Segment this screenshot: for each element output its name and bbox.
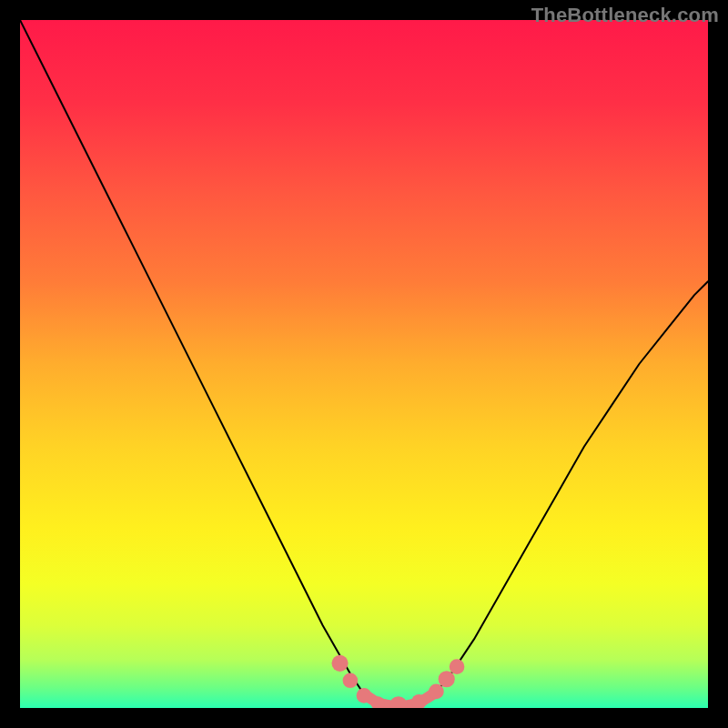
curve-marker [331,655,348,672]
watermark-text: TheBottleneck.com [531,4,719,27]
chart-frame: TheBottleneck.com [0,0,728,728]
curve-marker [357,688,372,703]
curve-marker [450,659,465,674]
curve-marker [343,672,359,688]
bottleneck-curve [20,20,708,708]
curve-marker [389,696,408,708]
curve-marker [429,684,444,700]
plot-area [20,20,708,708]
curve-marker [439,671,455,687]
